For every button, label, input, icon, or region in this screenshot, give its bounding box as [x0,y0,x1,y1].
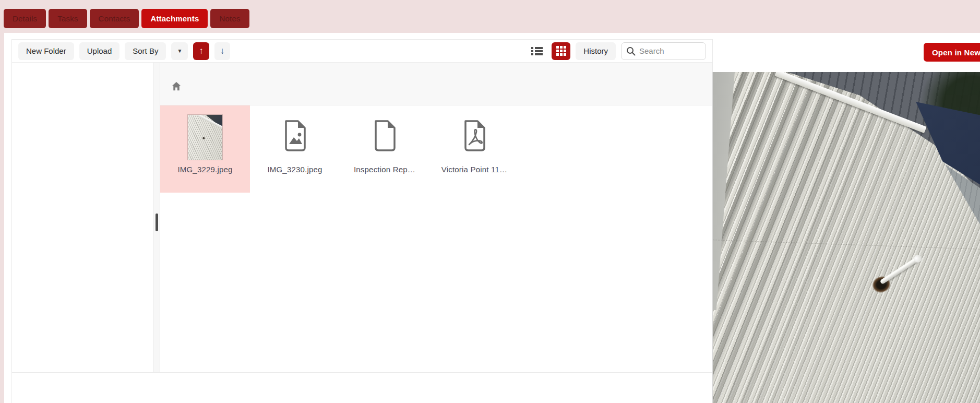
panel-splitter [153,63,160,372]
tab-contacts[interactable]: Contacts [90,9,139,28]
file-tile-inspection-report[interactable]: Inspection Rep… [340,105,429,193]
sort-by-button[interactable]: Sort By [125,42,166,60]
arrow-up-icon: ↑ [199,46,204,55]
file-name: Inspection Rep… [340,165,429,174]
grid-view-icon [556,46,566,56]
pdf-file-icon [461,120,487,152]
arrow-down-icon: ↓ [220,46,225,55]
file-tile-img-3230[interactable]: IMG_3230.jpeg [250,105,340,193]
file-icon-wrap [250,110,340,162]
document-file-icon [372,120,398,152]
next-section-edge [11,373,713,403]
grid-view-button[interactable] [552,42,570,60]
file-toolbar: New Folder Upload Sort By ▼ ↑ ↓ History [12,40,712,63]
image-file-icon [282,120,308,152]
breadcrumb [160,63,712,105]
search-icon [626,46,636,56]
file-name: IMG_3230.jpeg [250,165,340,174]
chevron-down-icon: ▼ [177,48,182,54]
list-view-button[interactable] [528,42,546,60]
file-thumbnail-wrap [160,110,250,162]
tab-attachments[interactable]: Attachments [141,9,208,28]
history-button[interactable]: History [576,42,616,60]
file-name: IMG_3229.jpeg [160,165,250,174]
file-tile-victoria-point[interactable]: Victoria Point 11… [429,105,519,193]
file-grid-section: IMG_3229.jpeg IMG_3230.jpeg [160,63,712,372]
left-margin-strip [0,0,4,403]
file-grid: IMG_3229.jpeg IMG_3230.jpeg [160,105,712,193]
attachment-preview-image [712,72,980,403]
image-thumbnail [188,115,222,160]
sort-ascending-button[interactable]: ↑ [193,42,209,60]
list-view-icon [531,46,543,56]
search-box [621,42,706,60]
upload-button[interactable]: Upload [79,42,120,60]
file-icon-wrap [429,110,519,162]
file-tile-img-3229[interactable]: IMG_3229.jpeg [160,105,250,193]
open-in-new-button[interactable]: Open in New [924,43,980,62]
file-icon-wrap [340,110,429,162]
home-icon [171,80,182,92]
tab-bar: Details Tasks Contacts Attachments Notes [4,9,249,28]
attachments-panel: New Folder Upload Sort By ▼ ↑ ↓ History [11,39,713,373]
file-name: Victoria Point 11… [429,165,519,174]
folder-tree-panel [12,63,153,372]
new-folder-button[interactable]: New Folder [18,42,74,60]
splitter-drag-handle[interactable] [156,214,158,231]
sort-descending-button[interactable]: ↓ [214,42,231,60]
tab-details[interactable]: Details [4,9,46,28]
file-manager-body: IMG_3229.jpeg IMG_3230.jpeg [12,63,712,372]
home-breadcrumb-button[interactable] [170,79,183,93]
tab-tasks[interactable]: Tasks [49,9,87,28]
sort-dropdown-button[interactable]: ▼ [171,42,188,60]
tab-notes[interactable]: Notes [210,9,249,28]
